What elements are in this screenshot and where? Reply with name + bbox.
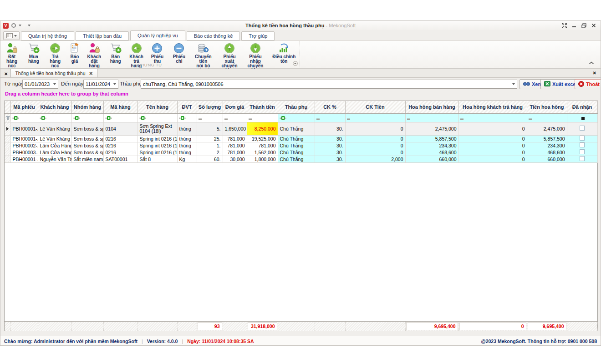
cell-ten_hang[interactable]: Sắt 8 bbox=[138, 156, 177, 162]
cell-ck_tien[interactable]: 0 bbox=[345, 149, 405, 156]
table-row[interactable]: PBH00001-...Nguyễn Văn TamSắt miền namSA… bbox=[5, 156, 597, 162]
column-header[interactable]: Khách hàng bbox=[38, 101, 71, 113]
close-icon[interactable] bbox=[591, 23, 596, 28]
cell-khach_hang[interactable]: Lâm Cửa Hàng bbox=[38, 149, 71, 156]
column-header[interactable]: Đơn giá bbox=[223, 101, 247, 113]
filter-cell[interactable] bbox=[345, 113, 405, 122]
ribbon-tab[interactable]: Quản lý nghiệp vụ bbox=[130, 30, 185, 40]
column-header[interactable]: Thành tiền bbox=[247, 101, 278, 113]
cell-ten_hang[interactable]: Spring int 0216 (18l) bbox=[138, 135, 177, 142]
cell-ma_hang[interactable]: 0216 bbox=[103, 149, 138, 156]
cell-da_nhan[interactable] bbox=[567, 122, 597, 135]
cell-khach_hang[interactable]: Lâm Cửa Hàng bbox=[38, 142, 71, 149]
tabstrip-close-icon[interactable]: ✕ bbox=[593, 71, 596, 76]
column-header[interactable]: Tên hàng bbox=[138, 101, 177, 113]
group-by-hint[interactable]: Drag a column header here to group by th… bbox=[5, 91, 128, 96]
filter-cell[interactable] bbox=[5, 113, 10, 122]
to-date-input[interactable]: 11/01/2024 bbox=[83, 80, 118, 89]
subcontractor-combo[interactable]: chuThang, Chú Thắng, 0901000506 bbox=[141, 80, 517, 89]
cell-da_nhan[interactable] bbox=[567, 149, 597, 156]
received-checkbox[interactable] bbox=[580, 126, 585, 131]
cell-don_gia[interactable]: 781,000 bbox=[223, 149, 247, 156]
column-header[interactable]: Hoa hồng khách trả hàng bbox=[458, 101, 527, 113]
cell-ck_pct[interactable]: 30. bbox=[315, 142, 345, 149]
cell-thanh_tien[interactable]: 8,250,000 bbox=[247, 122, 278, 135]
filter-cell[interactable] bbox=[138, 113, 177, 122]
cell-thau_phu[interactable]: Chú Thắng bbox=[278, 142, 315, 149]
received-checkbox[interactable] bbox=[580, 156, 585, 161]
received-checkbox[interactable] bbox=[580, 149, 585, 154]
app-menu-button[interactable] bbox=[3, 31, 20, 40]
cell-hh_ban[interactable]: 468,600 bbox=[405, 149, 458, 156]
chevron-down-icon[interactable] bbox=[53, 83, 56, 85]
filter-cell[interactable] bbox=[71, 113, 103, 122]
filter-cell[interactable] bbox=[177, 113, 197, 122]
toolbar-button[interactable]: Phiếu thu bbox=[146, 41, 168, 64]
table-row[interactable]: PBH00001-...Lê Văn KhángSơn boss & sp...… bbox=[5, 122, 597, 135]
cell-so_luong[interactable]: 25. bbox=[197, 135, 223, 142]
column-header[interactable]: Nhóm hàng bbox=[71, 101, 103, 113]
table-row[interactable]: PBH00002-...Lâm Cửa HàngSơn boss & sp...… bbox=[5, 142, 597, 149]
record-circle-icon[interactable] bbox=[11, 23, 16, 28]
cell-ma_phieu[interactable]: PBH00001-... bbox=[10, 156, 38, 162]
cell-ma_phieu[interactable]: PBH00002-... bbox=[10, 142, 38, 149]
toolbar-button[interactable]: Báo giá bbox=[66, 41, 84, 64]
cell-ten_hang[interactable]: Sơn Spring Ext 0104 (18l) bbox=[138, 122, 177, 135]
cell-ck_tien[interactable]: 0 bbox=[345, 142, 405, 149]
ribbon-tab[interactable]: Trợ giúp bbox=[241, 31, 275, 40]
cell-so_luong[interactable]: 5. bbox=[197, 122, 223, 135]
cell-da_nhan[interactable] bbox=[567, 156, 597, 162]
cell-ck_tien[interactable]: 0 bbox=[345, 122, 405, 135]
cell-ck_pct[interactable]: 30. bbox=[315, 149, 345, 156]
cell-ck_tien[interactable]: 0 bbox=[345, 135, 405, 142]
cell-nhom_hang[interactable]: Sơn boss & sp... bbox=[71, 142, 103, 149]
table-row[interactable]: PBH00001-...Lê Văn KhángSơn boss & sp...… bbox=[5, 135, 597, 142]
filter-cell[interactable] bbox=[197, 113, 223, 122]
cell-thau_phu[interactable]: Chú Thắng bbox=[278, 122, 315, 135]
filter-cell[interactable] bbox=[278, 113, 315, 122]
ribbon-collapse-icon[interactable] bbox=[589, 58, 594, 66]
column-header[interactable]: ĐVT bbox=[177, 101, 197, 113]
toolbar-button[interactable]: Bán hàng bbox=[104, 41, 126, 64]
cell-hh_tra[interactable]: 0 bbox=[458, 122, 527, 135]
cell-ck_pct[interactable]: 30. bbox=[315, 122, 345, 135]
cell-da_nhan[interactable] bbox=[567, 135, 597, 142]
filter-cell[interactable] bbox=[315, 113, 345, 122]
checkbox-filter-icon[interactable] bbox=[581, 117, 585, 120]
cell-ma_phieu[interactable]: PBH00001-... bbox=[10, 122, 38, 135]
cell-don_gia[interactable]: 30,000 bbox=[223, 156, 247, 162]
chevron-down-icon[interactable] bbox=[19, 25, 21, 26]
column-header[interactable]: Hoa hồng bán hàng bbox=[405, 101, 458, 113]
cell-thanh_tien[interactable]: 1,800,000 bbox=[247, 156, 278, 162]
from-date-input[interactable]: 01/01/2023 bbox=[22, 80, 58, 89]
cell-tien_hh[interactable]: 660,000 bbox=[527, 156, 567, 162]
app-logo-icon[interactable]: V bbox=[3, 23, 9, 29]
cell-ck_pct[interactable]: 30. bbox=[315, 156, 345, 162]
received-checkbox[interactable] bbox=[580, 142, 585, 147]
cell-ma_hang[interactable]: SAT00001 bbox=[103, 156, 138, 162]
filter-cell[interactable] bbox=[527, 113, 567, 122]
cell-hh_tra[interactable]: 0 bbox=[458, 156, 527, 162]
cell-dvt[interactable]: thùng bbox=[177, 122, 197, 135]
cell-dvt[interactable]: Kg bbox=[177, 156, 197, 162]
cell-so_luong[interactable]: 60. bbox=[197, 156, 223, 162]
column-header[interactable]: Số lượng bbox=[197, 101, 223, 113]
cell-thanh_tien[interactable]: 19,525,000 bbox=[247, 135, 278, 142]
cell-nhom_hang[interactable]: Sơn boss & sp... bbox=[71, 135, 103, 142]
cell-don_gia[interactable]: 781,000 bbox=[223, 135, 247, 142]
fullscreen-icon[interactable] bbox=[562, 23, 567, 28]
filter-cell[interactable] bbox=[247, 113, 278, 122]
cell-ma_phieu[interactable]: PBH00003-... bbox=[10, 149, 38, 156]
restore-icon[interactable] bbox=[581, 23, 586, 28]
cell-ma_hang[interactable]: 0216 bbox=[103, 135, 138, 142]
received-checkbox[interactable] bbox=[580, 136, 585, 141]
minimize-icon[interactable] bbox=[572, 23, 576, 28]
column-header[interactable]: Tiền hoa hồng bbox=[527, 101, 567, 113]
cell-hh_tra[interactable]: 0 bbox=[458, 135, 527, 142]
cell-ma_phieu[interactable]: PBH00001-... bbox=[10, 135, 38, 142]
close-all-tabs-icon[interactable]: ✕ bbox=[4, 71, 8, 76]
cell-hh_ban[interactable]: 2,475,000 bbox=[405, 122, 458, 135]
cell-thau_phu[interactable]: Chú Thắng bbox=[278, 156, 315, 162]
filter-cell[interactable] bbox=[458, 113, 527, 122]
cell-hh_tra[interactable]: 0 bbox=[458, 149, 527, 156]
